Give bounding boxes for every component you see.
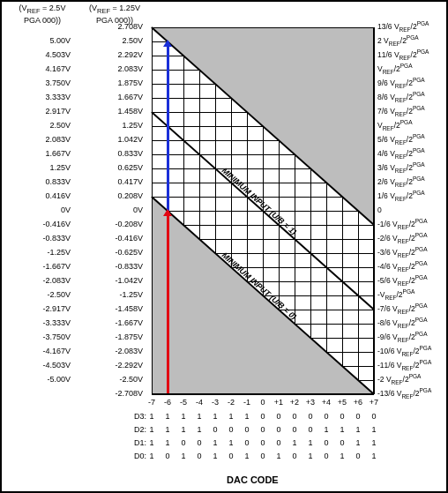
bit-D2-14: 1 xyxy=(366,425,382,434)
bit-D2-11: 1 xyxy=(318,425,334,434)
x-tick--6: -6 xyxy=(160,398,175,407)
y-left-1p25-10: 0.625V xyxy=(108,164,143,172)
y-left-1p25-12: 0.208V xyxy=(108,192,143,200)
y-left-1p25-1: 2.50V xyxy=(108,37,143,45)
bit-D0-5: 0 xyxy=(223,452,239,460)
y-right-expr-2: 11/6 VREF/2PGA xyxy=(377,51,446,59)
y-left-2p5-13: -0.416V xyxy=(35,220,71,228)
y-left-2p5-1: 4.503V xyxy=(35,51,71,59)
grid-v-14 xyxy=(374,27,375,394)
y-left-1p25-7: 1.25V xyxy=(108,122,143,130)
y-left-1p25-0: 2.708V xyxy=(108,23,143,31)
y-left-2p5-14: -0.833V xyxy=(35,235,71,243)
bit-D0-8: 1 xyxy=(271,452,287,460)
bit-D1-8: 0 xyxy=(271,438,287,447)
bit-D2-5: 0 xyxy=(223,425,239,434)
y-left-1p25-3: 2.083V xyxy=(108,65,143,73)
y-left-1p25-20: -1.458V xyxy=(108,305,143,313)
y-right-expr-26: -13/6 VREF/2PGA xyxy=(377,390,446,398)
bit-D2-10: 0 xyxy=(302,425,318,434)
y-left-2p5-21: -3.750V xyxy=(35,333,71,341)
y-right-expr-14: -1/6 VREF/2PGA xyxy=(377,220,446,228)
y-left-1p25-14: -0.208V xyxy=(108,220,143,228)
bit-D1-6: 0 xyxy=(239,438,255,447)
bit-D0-2: 1 xyxy=(175,452,191,460)
bit-D3-14: 0 xyxy=(366,412,382,421)
bit-D1-7: 0 xyxy=(255,438,271,447)
y-left-1p25-18: -1.042V xyxy=(108,277,143,285)
bit-D1-13: 1 xyxy=(350,438,366,447)
y-left-2p5-12: 0V xyxy=(35,206,71,214)
bit-D3-12: 0 xyxy=(334,412,350,421)
y-left-1p25-26: -2.708V xyxy=(108,390,143,398)
y-right-expr-23: -10/6 VREF/2PGA xyxy=(377,347,446,355)
x-tick--7: -7 xyxy=(144,398,160,407)
bit-D2-0: 1 xyxy=(144,425,160,434)
arrow-blue xyxy=(167,41,169,211)
y-left-2p5-11: 0.416V xyxy=(35,192,71,200)
bit-D3-7: 0 xyxy=(255,412,271,421)
bit-D3-8: 0 xyxy=(271,412,287,421)
bit-D3-11: 0 xyxy=(318,412,334,421)
y-right-expr-22: -9/6 VREF/2PGA xyxy=(377,333,446,341)
y-right-expr-18: -5/6 VREF/2PGA xyxy=(377,277,446,285)
y-left-1p25-9: 0.833V xyxy=(108,150,143,158)
y-left-1p25-22: -1.875V xyxy=(108,333,143,341)
x-tick--3: -3 xyxy=(207,398,223,407)
bit-D3-0: 1 xyxy=(144,412,160,421)
bit-D1-10: 1 xyxy=(302,438,318,447)
y-left-2p5-17: -2.083V xyxy=(35,277,71,285)
bit-D1-2: 0 xyxy=(175,438,191,447)
y-left-2p5-8: 1.667V xyxy=(35,150,71,158)
bit-D1-9: 1 xyxy=(287,438,302,447)
y-right-expr-1: 2 VREF/2PGA xyxy=(377,37,446,45)
y-left-2p5-5: 2.917V xyxy=(35,108,71,116)
x-tick-0: 0 xyxy=(255,398,271,407)
grid-h-12 xyxy=(152,197,374,198)
y-left-1p25-8: 1.042V xyxy=(108,136,143,144)
figure-frame: (VREF = 2.5V PGA 000)) (VREF = 1.25V PGA… xyxy=(0,0,448,493)
y-left-2p5-18: -2.50V xyxy=(35,291,71,299)
y-left-2p5-10: 0.833V xyxy=(35,178,71,186)
bit-D1-11: 0 xyxy=(318,438,334,447)
y-right-expr-21: -8/6 VREF/2PGA xyxy=(377,319,446,327)
y-left-2p5-7: 2.083V xyxy=(35,136,71,144)
y-left-2p5-6: 2.50V xyxy=(35,122,71,130)
bit-D2-7: 0 xyxy=(255,425,271,434)
y-right-expr-20: -7/6 VREF/2PGA xyxy=(377,305,446,313)
bit-D2-12: 1 xyxy=(334,425,350,434)
y-left-1p25-24: -2.292V xyxy=(108,362,143,370)
y-left-2p5-9: 1.25V xyxy=(35,164,71,172)
y-left-2p5-0: 5.00V xyxy=(35,37,71,45)
x-tick-+7: +7 xyxy=(366,398,382,407)
bit-D3-2: 1 xyxy=(175,412,191,421)
bit-D1-5: 1 xyxy=(223,438,239,447)
y-right-expr-7: VREF/2PGA xyxy=(377,122,446,130)
bit-D1-0: 1 xyxy=(144,438,160,447)
bit-D0-10: 1 xyxy=(302,452,318,460)
bit-D0-0: 1 xyxy=(144,452,160,460)
y-left-1p25-21: -1.667V xyxy=(108,319,143,327)
bit-D1-3: 0 xyxy=(191,438,207,447)
y-right-expr-8: 5/6 VREF/2PGA xyxy=(377,136,446,144)
bit-D0-4: 1 xyxy=(207,452,223,460)
bit-D3-5: 1 xyxy=(223,412,239,421)
y-left-1p25-6: 1.458V xyxy=(108,108,143,116)
y-left-2p5-3: 3.750V xyxy=(35,79,71,87)
y-left-1p25-25: -2.50V xyxy=(108,376,143,384)
bit-D0-11: 0 xyxy=(318,452,334,460)
header-vref-2p5: (VREF = 2.5V PGA 000)) xyxy=(11,4,74,26)
y-right-expr-5: 8/6 VREF/2PGA xyxy=(377,93,446,101)
y-right-expr-9: 4/6 VREF/2PGA xyxy=(377,150,446,158)
y-left-2p5-15: -1.25V xyxy=(35,249,71,257)
y-left-1p25-23: -2.083V xyxy=(108,347,143,355)
y-left-1p25-19: -1.25V xyxy=(108,291,143,299)
y-left-2p5-2: 4.167V xyxy=(35,65,71,73)
y-right-expr-12: 1/6 VREF/2PGA xyxy=(377,192,446,200)
y-right-expr-24: -11/6 VREF/2PGA xyxy=(377,362,446,370)
bit-D3-4: 1 xyxy=(207,412,223,421)
x-tick-+5: +5 xyxy=(334,398,350,407)
bit-D0-13: 0 xyxy=(350,452,366,460)
bit-D3-3: 1 xyxy=(191,412,207,421)
x-tick-+4: +4 xyxy=(318,398,334,407)
